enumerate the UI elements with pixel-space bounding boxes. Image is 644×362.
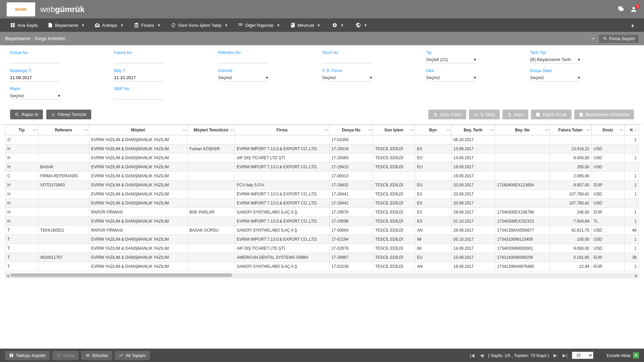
table-row[interactable]: HEVRİM YAZILIM & DANIŞMANLIK YAZILIMEVRI… bbox=[5, 199, 639, 208]
filtreyi-temizle-button[interactable]: Filtreyi Temizle bbox=[46, 110, 91, 119]
horizontal-scrollbar[interactable]: ◀ ▶ bbox=[5, 273, 639, 278]
column-header[interactable]: Müşteri Temsilcisi<> bbox=[187, 125, 234, 135]
kayitli-evrak-label: Kayıtlı Evrak bbox=[542, 112, 567, 117]
chevron-down-icon: ▾ bbox=[474, 57, 476, 62]
scrollbar-thumb[interactable] bbox=[10, 274, 232, 277]
last-page-button[interactable]: ▶| bbox=[561, 353, 569, 358]
yd-firma-select[interactable]: Seçiniz▾ bbox=[322, 74, 372, 81]
ulke-select[interactable]: Seçiniz▾ bbox=[426, 74, 476, 81]
cell-tem bbox=[187, 253, 234, 262]
tip-select[interactable]: Seçildi (22)▾ bbox=[426, 56, 476, 63]
cell-dosya: 17-29441 bbox=[329, 190, 373, 199]
first-page-button[interactable]: |◀ bbox=[469, 353, 476, 358]
menu-item-süre-sonu-i̇şlem-takip[interactable]: Süre Sonu İşlem Takip▼ bbox=[166, 18, 233, 32]
cell-k: 1 bbox=[624, 217, 639, 226]
cell-byn: EX bbox=[415, 208, 451, 217]
criteria-form: Dosya No Fatura No Referans No Tescil No… bbox=[0, 45, 644, 110]
cell-tarih: 20.09.2017 bbox=[451, 199, 495, 208]
table-row[interactable]: HRAPOR FİRMASIBSK PARLARSANOFİ SYNTHELAB… bbox=[5, 208, 639, 217]
rejim-select[interactable]: Seçiniz▾ bbox=[10, 92, 60, 100]
sifirla-button[interactable]: Sıfırla bbox=[52, 351, 78, 360]
page-size-select[interactable]: 15 bbox=[572, 352, 593, 359]
column-header[interactable]: Müşteri<> bbox=[89, 125, 187, 135]
cell-dosya: 17-29442 bbox=[329, 199, 373, 208]
dosya-statu-select[interactable]: Seçiniz▾ bbox=[530, 74, 580, 81]
table-row[interactable]: TEVRİM YAZILIM & DANIŞMANLIK YAZILIMSANO… bbox=[5, 262, 639, 271]
table-row[interactable]: HEVRİM YAZILIM & DANIŞMANLIK YAZILIMEVRI… bbox=[5, 190, 639, 199]
table-row[interactable]: TEVRİM YAZILIM & DANIŞMANLIK YAZILIMEVRI… bbox=[5, 235, 639, 244]
menu-item-mevzuat[interactable]: Mevzuat▼ bbox=[285, 18, 325, 32]
column-header[interactable]: Fatura Tutarı<> bbox=[549, 125, 591, 135]
cell-tutar: 9.000,00 bbox=[549, 154, 591, 163]
tabloyu-kaydet-button[interactable]: Tabloyu Kaydet bbox=[5, 351, 50, 360]
user-icon[interactable]: 1 bbox=[630, 6, 637, 13]
scroll-right-icon[interactable]: ▶ bbox=[634, 273, 639, 278]
column-header[interactable]: Son İşlem<> bbox=[373, 125, 415, 135]
bitis-input[interactable] bbox=[114, 74, 164, 81]
column-header[interactable]: Referans<> bbox=[38, 125, 89, 135]
menu-item-antrepo[interactable]: Antrepo▼ bbox=[90, 18, 128, 32]
prev-page-button[interactable]: ◀ bbox=[479, 353, 485, 358]
cell-mus: EVRİM YAZILIM & DANIŞMANLIK YAZILIM bbox=[89, 163, 187, 172]
settings-menu[interactable]: ▼ bbox=[327, 18, 349, 32]
scroll-left-icon[interactable]: ◀ bbox=[5, 273, 10, 278]
tescil-no-input[interactable] bbox=[322, 56, 372, 63]
arsiv-button[interactable]: Arşiv bbox=[502, 110, 528, 119]
rapor-al-button[interactable]: Rapor Al bbox=[10, 110, 43, 119]
cell-ref: TEKK160521 bbox=[38, 226, 89, 235]
column-header[interactable]: K<> bbox=[624, 125, 639, 135]
alt-toplam-button[interactable]: Alt Toplam bbox=[115, 351, 150, 360]
table-row[interactable]: TTEKK160521RAPOR FİRMASIBASAK GÜRSUSANOF… bbox=[5, 226, 639, 235]
cell-islem: TESCİL EDİLDİ bbox=[373, 262, 415, 271]
cell-tarih: 14.09.2017 bbox=[451, 244, 495, 253]
menu-item-diğer-raporlar[interactable]: Diğer Raporlar▼ bbox=[233, 18, 285, 32]
menu-item-beyanname[interactable]: Beyanname▼ bbox=[43, 18, 90, 32]
dosya-no-input[interactable] bbox=[10, 56, 60, 63]
next-page-button[interactable]: ▶ bbox=[552, 353, 558, 358]
baslangic-input[interactable] bbox=[10, 74, 60, 81]
sutunlar-button[interactable]: Sütunlar bbox=[81, 351, 112, 360]
referans-no-input[interactable] bbox=[218, 56, 268, 63]
expand-button[interactable] bbox=[626, 22, 639, 28]
upload-icon bbox=[433, 112, 438, 117]
table-row[interactable]: HXOTD170893EVRİM YAZILIM & DANIŞMANLIK Y… bbox=[5, 181, 639, 190]
arsiv-yukle-button[interactable]: Arşiv Yükle bbox=[428, 110, 466, 119]
table-row[interactable]: HEVRİM YAZILIM & DANIŞMANLIK YAZILIMAIF … bbox=[5, 154, 639, 163]
kayitli-evrak-button[interactable]: Kayıtlı Evrak bbox=[531, 110, 572, 119]
column-header[interactable]: Bey. Tarih<> bbox=[451, 125, 495, 135]
table-row[interactable]: HBASAKEVRİM YAZILIM & DANIŞMANLIK YAZILI… bbox=[5, 163, 639, 172]
cell-firma bbox=[234, 135, 329, 144]
minimize-icon[interactable]: − bbox=[591, 35, 595, 43]
gumruk-select[interactable]: Seçiniz▾ bbox=[218, 74, 268, 81]
cell-doviz: USD bbox=[591, 190, 624, 199]
column-header[interactable]: Dosya No<> bbox=[329, 125, 373, 135]
column-header[interactable]: Doviz<> bbox=[591, 125, 624, 135]
cell-ref bbox=[38, 235, 89, 244]
table-row[interactable]: HEVRİM YAZILIM & DANIŞMANLIK YAZILIMFurk… bbox=[5, 144, 639, 154]
tarih-tipi-select[interactable]: (B) Beyanname Tarih▾ bbox=[530, 56, 580, 63]
cell-firma: EVRIM IMPORT 7.13.0.& EXPORT CO.,LTD. bbox=[234, 199, 329, 208]
notification-badge: 1 bbox=[635, 4, 640, 9]
sbif-no-input[interactable] bbox=[114, 92, 164, 100]
table-row[interactable]: HEVRİM YAZILIM & DANIŞMANLIK YAZILIMEVRI… bbox=[5, 217, 639, 226]
table-row[interactable]: T4520011767EVRİM YAZILIM & DANIŞMANLIK Y… bbox=[5, 253, 639, 262]
is-takip-button[interactable]: İş Takip bbox=[469, 110, 500, 119]
pagination: |◀ ◀ ( Sayfa: 1/5 , Toplam: 70 Kayıt ) ▶… bbox=[469, 352, 639, 359]
brand: webgümrük bbox=[40, 5, 85, 14]
column-header[interactable]: Tip<> bbox=[5, 125, 38, 135]
globe-menu[interactable]: ▼ bbox=[351, 18, 372, 32]
table-row[interactable]: OEVRİM YAZILIM & DANIŞMANLIK YAZILIM17-0… bbox=[5, 135, 639, 144]
menu-item-finans[interactable]: Finans▼ bbox=[129, 18, 166, 32]
sort-icon: <> bbox=[33, 128, 37, 132]
firma-secimi-button[interactable]: Firma Seçimi bbox=[598, 34, 639, 43]
table-row[interactable]: CFİRMA REFERANS5EVRİM YAZILIM & DANIŞMAN… bbox=[5, 172, 639, 181]
menu-item-ana-sayfa[interactable]: Ana Sayfa bbox=[5, 18, 43, 32]
column-header[interactable]: Firma<> bbox=[234, 125, 329, 135]
excel-export-button[interactable]: Excele Aktar X bbox=[607, 352, 639, 358]
table-row[interactable]: TEVRİM YAZILIM & DANIŞMANLIK YAZILIMAIF … bbox=[5, 244, 639, 253]
column-header[interactable]: Bey. No<> bbox=[495, 125, 550, 135]
fatura-no-input[interactable] bbox=[114, 56, 164, 63]
column-header[interactable]: Byn<> bbox=[415, 125, 451, 135]
chat-icon[interactable] bbox=[618, 6, 625, 13]
beyanname-goruntule-button[interactable]: Beyanname Görüntüle bbox=[574, 110, 634, 119]
